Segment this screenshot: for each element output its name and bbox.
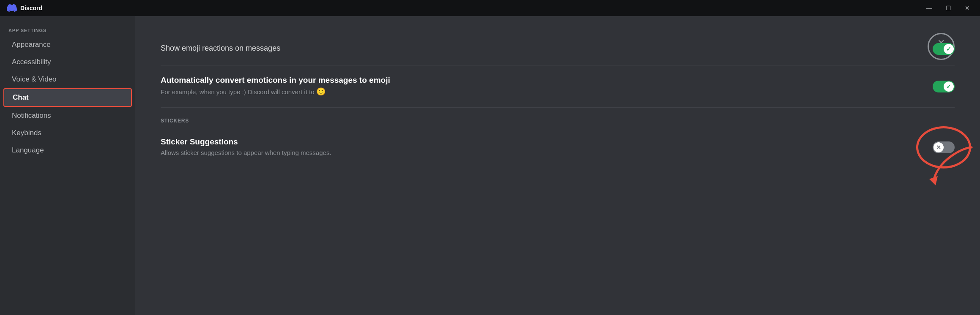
sidebar-item-voice-video[interactable]: Voice & Video [3, 71, 132, 88]
stickers-section-label: STICKERS [161, 111, 955, 127]
svg-marker-0 [929, 176, 938, 185]
sidebar-section-label: APP SETTINGS [0, 24, 135, 35]
emoji-reactions-toggle[interactable]: ✓ [933, 43, 955, 55]
toggle-check-icon: ✓ [946, 46, 951, 52]
sidebar-item-chat[interactable]: Chat [3, 88, 132, 107]
sidebar-item-keybinds-label: Keybinds [12, 129, 41, 137]
sticker-suggestions-toggle[interactable]: ✕ [933, 141, 955, 153]
setting-emoji-reactions-text: Show emoji reactions on messages [161, 44, 541, 54]
auto-convert-toggle[interactable]: ✓ [933, 81, 955, 92]
sidebar-item-accessibility[interactable]: Accessibility [3, 54, 132, 71]
setting-emoji-reactions: Show emoji reactions on messages ✓ [161, 33, 955, 65]
sidebar-item-notifications[interactable]: Notifications [3, 107, 132, 124]
main-content: ✕ ESC Show emoji reactions on messages ✓… [135, 16, 980, 315]
toggle-check-icon-2: ✓ [946, 83, 951, 90]
app-container: APP SETTINGS Appearance Accessibility Vo… [0, 16, 980, 315]
sidebar-item-keybinds[interactable]: Keybinds [3, 125, 132, 141]
sidebar-item-appearance-label: Appearance [12, 41, 51, 49]
discord-logo-icon [7, 3, 17, 13]
sticker-toggle-knob: ✕ [933, 142, 944, 152]
smiley-emoji: 🙂 [316, 87, 326, 97]
sidebar-item-notifications-label: Notifications [12, 111, 51, 120]
setting-sticker-toggle-area: ✕ [933, 141, 955, 153]
title-bar-left: Discord [7, 3, 42, 13]
setting-emoji-reactions-title: Show emoji reactions on messages [161, 44, 541, 53]
setting-sticker-description: Allows sticker suggestions to appear whe… [161, 148, 541, 157]
setting-emoji-reactions-toggle-area: ✓ [933, 43, 955, 55]
maximize-button[interactable]: ☐ [942, 3, 955, 13]
close-button[interactable]: ✕ [961, 3, 973, 13]
title-bar-controls: — ☐ ✕ [923, 3, 973, 13]
sidebar-item-appearance[interactable]: Appearance [3, 36, 132, 53]
setting-sticker-text: Sticker Suggestions Allows sticker sugge… [161, 137, 541, 157]
minimize-button[interactable]: — [923, 3, 936, 13]
sidebar-item-accessibility-label: Accessibility [12, 58, 51, 66]
sidebar: APP SETTINGS Appearance Accessibility Vo… [0, 16, 135, 315]
setting-auto-convert-title: Automatically convert emoticons in your … [161, 76, 541, 85]
auto-convert-desc-text: For example, when you type :) Discord wi… [161, 88, 316, 95]
setting-auto-convert-text: Automatically convert emoticons in your … [161, 76, 541, 97]
sidebar-item-voice-video-label: Voice & Video [12, 75, 57, 84]
auto-convert-toggle-knob: ✓ [944, 81, 954, 92]
sidebar-item-chat-label: Chat [13, 93, 29, 102]
title-bar: Discord — ☐ ✕ [0, 0, 980, 16]
emoji-reactions-toggle-knob: ✓ [944, 44, 954, 54]
sidebar-item-language-label: Language [12, 146, 44, 155]
toggle-x-icon: ✕ [936, 144, 941, 151]
setting-auto-convert-toggle-area: ✓ [933, 81, 955, 92]
setting-sticker-title: Sticker Suggestions [161, 137, 541, 147]
setting-auto-convert-description: For example, when you type :) Discord wi… [161, 87, 541, 97]
setting-auto-convert: Automatically convert emoticons in your … [161, 65, 955, 108]
sidebar-item-language[interactable]: Language [3, 142, 132, 159]
app-title: Discord [20, 5, 42, 11]
setting-sticker-suggestions: Sticker Suggestions Allows sticker sugge… [161, 127, 955, 167]
